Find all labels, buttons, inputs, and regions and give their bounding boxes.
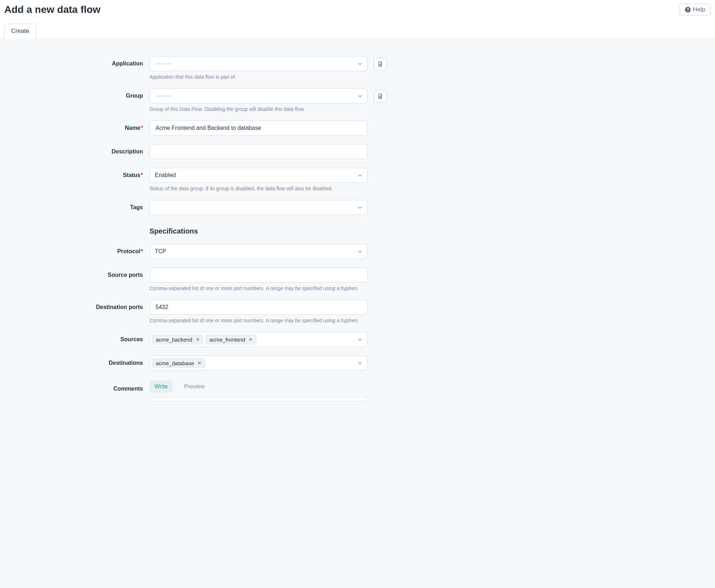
chevron-down-icon (357, 360, 363, 366)
page-title: Add a new data flow (4, 4, 100, 15)
sources-multiselect[interactable]: acme_backend acme_frontend (149, 332, 368, 347)
hint-destination-ports: Comma-separated list of one or more port… (149, 318, 368, 323)
required-indicator: * (141, 172, 143, 178)
chip-source: acme_frontend (206, 334, 256, 344)
tags-select[interactable] (149, 200, 368, 215)
label-destination-ports: Destination ports (0, 300, 143, 310)
file-search-icon (378, 93, 383, 99)
label-application: Application (0, 56, 143, 67)
hint-application: Application that this data flow is part … (149, 74, 368, 80)
application-lookup-button[interactable] (374, 58, 387, 70)
protocol-select[interactable]: TCP (149, 244, 368, 259)
page-header: Add a new data flow Help Create (0, 0, 715, 39)
label-name: Name* (0, 121, 143, 131)
description-input[interactable] (155, 144, 362, 159)
label-status: Status* (0, 168, 143, 178)
label-protocol: Protocol* (0, 244, 143, 255)
group-lookup-button[interactable] (374, 90, 387, 103)
status-select[interactable]: Enabled (149, 168, 368, 183)
label-comments: Comments (0, 379, 143, 392)
required-indicator: * (141, 248, 143, 254)
question-circle-icon (685, 7, 691, 13)
chip-source: acme_backend (152, 334, 203, 344)
group-select[interactable]: --------- (149, 88, 368, 103)
svg-point-0 (380, 64, 381, 65)
file-search-icon (378, 61, 383, 67)
name-input-wrapper (149, 121, 368, 136)
hint-status: Status of the data group. If its group i… (149, 186, 368, 191)
svg-point-1 (380, 96, 381, 98)
label-sources: Sources (0, 332, 143, 343)
tab-create[interactable]: Create (4, 24, 36, 39)
section-title-specifications: Specifications (149, 227, 368, 235)
description-input-wrapper (149, 144, 368, 159)
comments-tab-preview[interactable]: Preview (179, 381, 209, 393)
chevron-down-icon (357, 172, 363, 178)
help-button[interactable]: Help (680, 4, 711, 15)
chip-destination: acme_database (152, 358, 205, 368)
source-ports-input[interactable] (155, 268, 362, 282)
destination-ports-input[interactable] (155, 300, 362, 314)
label-group: Group (0, 88, 143, 99)
comments-textarea[interactable] (149, 397, 368, 401)
destinations-multiselect[interactable]: acme_database (149, 356, 368, 371)
comments-tab-write[interactable]: Write (149, 381, 173, 393)
remove-chip-button[interactable] (194, 336, 201, 343)
name-input[interactable] (155, 121, 362, 135)
label-description: Description (0, 144, 143, 155)
tabs: Create (4, 23, 711, 39)
chevron-down-icon (357, 205, 363, 210)
label-source-ports: Source ports (0, 268, 143, 278)
comments-tabs: Write Preview (149, 379, 368, 393)
application-select[interactable]: --------- (149, 56, 368, 71)
chevron-down-icon (357, 61, 363, 67)
hint-source-ports: Comma-separated list of one or more port… (149, 285, 368, 291)
required-indicator: * (141, 125, 143, 131)
destination-ports-input-wrapper (149, 300, 368, 315)
chevron-down-icon (357, 249, 363, 254)
remove-chip-button[interactable] (196, 360, 203, 366)
help-button-label: Help (693, 6, 705, 13)
chevron-down-icon (357, 93, 363, 99)
chevron-down-icon (357, 337, 363, 342)
label-destinations: Destinations (0, 356, 143, 366)
hint-group: Group of this Data Flow. Disabling the g… (149, 106, 368, 112)
source-ports-input-wrapper (149, 268, 368, 283)
label-tags: Tags (0, 200, 143, 211)
remove-chip-button[interactable] (247, 336, 254, 343)
